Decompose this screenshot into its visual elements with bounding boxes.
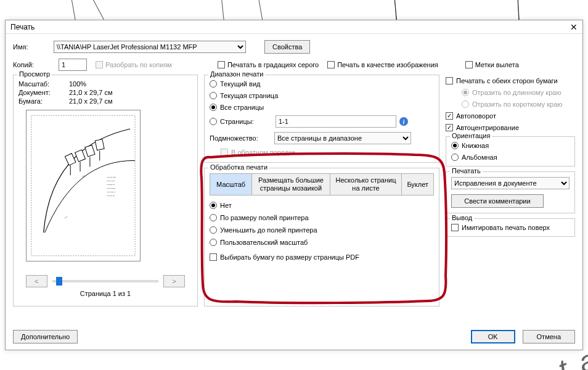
print-dialog: Печать ✕ Имя: \\TANIA\HP LaserJet Profes… bbox=[5, 20, 583, 350]
advanced-button[interactable]: Дополнительно bbox=[13, 330, 78, 343]
printwhat-select[interactable]: Исправления в документе bbox=[451, 177, 570, 189]
autorotate-label: Автоповорот bbox=[456, 112, 496, 120]
close-icon[interactable]: ✕ bbox=[570, 22, 578, 32]
tab-scale[interactable]: Масштаб bbox=[210, 174, 252, 195]
collate-label: Разобрать по копиям bbox=[105, 61, 172, 68]
svg-text:---- --- ----: ---- --- ---- bbox=[107, 179, 115, 182]
scale-custom-label: Пользовательский масштаб bbox=[220, 239, 308, 246]
range-pages-label: Страницы: bbox=[220, 118, 272, 125]
svg-text:---- --- -----: ---- --- ----- bbox=[107, 187, 115, 189]
range-pages-radio[interactable] bbox=[210, 118, 217, 125]
choose-paper-checkbox[interactable] bbox=[210, 253, 217, 261]
asimage-label: Печать в качестве изображения bbox=[337, 61, 438, 68]
svg-rect-0 bbox=[31, 115, 135, 256]
scale-shrink-radio[interactable] bbox=[210, 226, 217, 234]
autorotate-checkbox[interactable] bbox=[446, 112, 453, 120]
svg-rect-1 bbox=[65, 154, 76, 165]
scale-none-radio[interactable] bbox=[210, 202, 217, 209]
prev-page-button[interactable]: < bbox=[26, 275, 47, 287]
copies-label: Копий: bbox=[13, 61, 50, 68]
summarize-button[interactable]: Свести комментарии bbox=[451, 194, 544, 208]
cancel-button[interactable]: Отмена bbox=[523, 330, 575, 343]
range-all-radio[interactable] bbox=[210, 104, 217, 111]
range-title: Диапазон печати bbox=[208, 70, 265, 78]
svg-text:---- ---- -----: ---- ---- ----- bbox=[107, 176, 116, 178]
output-title: Вывод bbox=[450, 214, 474, 221]
simulate-checkbox[interactable] bbox=[451, 224, 459, 231]
handling-group: Обработка печати Масштаб Размещать больш… bbox=[204, 168, 439, 306]
scale-custom-radio[interactable] bbox=[210, 239, 217, 246]
choose-paper-label: Выбирать бумагу по размеру страницы PDF bbox=[220, 253, 359, 261]
autocenter-label: Автоцентрирование bbox=[456, 124, 519, 131]
range-currentview-radio[interactable] bbox=[210, 80, 217, 88]
scale-fit-radio[interactable] bbox=[210, 214, 217, 221]
name-label: Имя: bbox=[13, 43, 50, 51]
ok-button[interactable]: OK bbox=[471, 330, 515, 343]
reverse-label: В обратном порядке bbox=[231, 149, 295, 156]
output-group: Вывод Имитировать печать поверх bbox=[446, 218, 575, 237]
svg-rect-2 bbox=[75, 150, 86, 162]
tab-multi[interactable]: Несколько страниц на листе bbox=[330, 174, 402, 195]
doc-v: 21,0 x 29,7 см bbox=[69, 89, 113, 96]
doc-k: Документ: bbox=[18, 89, 65, 96]
printer-select[interactable]: \\TANIA\HP LaserJet Professional M1132 M… bbox=[54, 41, 246, 53]
asimage-checkbox[interactable] bbox=[327, 61, 335, 68]
preview-title: Просмотр bbox=[17, 70, 52, 78]
range-currentpage-label: Текущая страница bbox=[220, 92, 278, 99]
landscape-label: Альбомная bbox=[462, 154, 497, 161]
range-currentpage-radio[interactable] bbox=[210, 92, 217, 99]
svg-text:--: -- bbox=[81, 173, 86, 178]
paper-v: 21,0 x 29,7 см bbox=[69, 97, 113, 105]
svg-text:--- ----- ---: --- ----- --- bbox=[107, 183, 115, 186]
preview-paper: ---- ---- ----- ---- --- ---- --- ----- … bbox=[26, 110, 141, 261]
preview-group: Просмотр Масштаб:100% Документ:21,0 x 29… bbox=[13, 75, 198, 306]
printer-row: Имя: \\TANIA\HP LaserJet Professional M1… bbox=[13, 40, 575, 54]
reverse-checkbox bbox=[221, 149, 228, 156]
grayscale-label: Печатать в градациях серого bbox=[227, 61, 319, 68]
range-pages-input[interactable] bbox=[276, 115, 396, 128]
scale-k: Масштаб: bbox=[18, 80, 65, 88]
autocenter-checkbox[interactable] bbox=[446, 124, 453, 131]
info-icon[interactable]: i bbox=[399, 117, 408, 126]
duplex-checkbox[interactable] bbox=[446, 77, 453, 84]
handling-title: Обработка печати bbox=[208, 163, 269, 171]
page-indicator: Страница 1 из 1 bbox=[80, 290, 131, 297]
fliplong-label: Отразить по длинному краю bbox=[472, 89, 561, 96]
tab-poster[interactable]: Размещать большие страницы мозаикой bbox=[252, 174, 330, 195]
page-slider[interactable] bbox=[52, 280, 159, 282]
next-page-button[interactable]: > bbox=[163, 275, 185, 287]
scale-v: 100% bbox=[69, 80, 86, 88]
tab-booklet[interactable]: Буклет bbox=[402, 174, 433, 195]
subset-select[interactable]: Все страницы в диапазоне bbox=[274, 132, 411, 144]
orientation-title: Ориентация bbox=[450, 132, 492, 139]
copies-row: Копий: Разобрать по копиям Печатать в гр… bbox=[13, 59, 575, 71]
range-all-label: Все страницы bbox=[220, 104, 264, 111]
landscape-radio[interactable] bbox=[451, 154, 459, 161]
svg-text:---- ---- ---: ---- ---- --- bbox=[107, 194, 115, 197]
scale-none-label: Нет bbox=[220, 202, 232, 209]
bleed-checkbox[interactable] bbox=[465, 61, 473, 68]
svg-text:--: -- bbox=[63, 215, 68, 220]
fliplong-radio bbox=[462, 89, 469, 96]
copies-input[interactable] bbox=[59, 59, 87, 71]
paper-k: Бумага: bbox=[18, 97, 65, 105]
grayscale-checkbox[interactable] bbox=[218, 61, 225, 68]
properties-button[interactable]: Свойства bbox=[264, 40, 310, 54]
collate-checkbox bbox=[96, 61, 103, 68]
printwhat-group: Печатать Исправления в документе Свести … bbox=[446, 171, 575, 213]
simulate-label: Имитировать печать поверх bbox=[462, 224, 550, 231]
portrait-label: Книжная bbox=[462, 142, 489, 149]
scale-fit-label: По размеру полей принтера bbox=[220, 214, 309, 221]
flipshort-radio bbox=[462, 101, 469, 108]
handling-tabs: Масштаб Размещать большие страницы мозаи… bbox=[210, 173, 434, 195]
orientation-group: Ориентация Книжная Альбомная bbox=[446, 136, 575, 166]
svg-text:-- --- ---- --: -- --- ---- -- bbox=[107, 191, 115, 193]
portrait-radio[interactable] bbox=[451, 142, 459, 149]
dialog-title: Печать bbox=[10, 23, 35, 31]
printwhat-title: Печатать bbox=[450, 167, 483, 175]
duplex-label: Печатать с обеих сторон бумаги bbox=[456, 77, 558, 84]
subset-label: Подмножество: bbox=[210, 134, 271, 142]
titlebar: Печать ✕ bbox=[6, 20, 582, 34]
range-currentview-label: Текущий вид bbox=[220, 80, 260, 88]
flipshort-label: Отразить по короткому краю bbox=[472, 101, 563, 108]
